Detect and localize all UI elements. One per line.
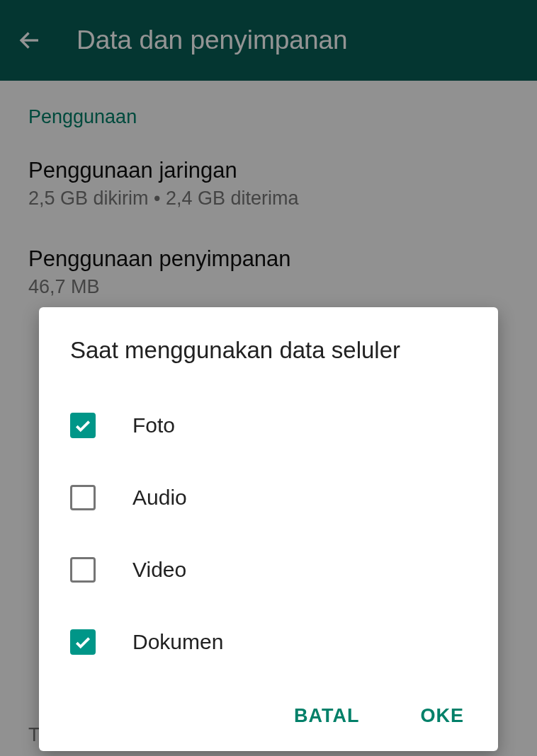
checkbox-label: Dokumen	[132, 630, 223, 654]
cellular-data-dialog: Saat menggunakan data seluler Foto Audio	[39, 307, 498, 751]
checkbox-item-audio[interactable]: Audio	[70, 462, 467, 534]
checkbox-item-photo[interactable]: Foto	[70, 389, 467, 462]
checkbox-icon	[70, 485, 96, 510]
dialog-title: Saat menggunakan data seluler	[39, 337, 498, 364]
checkbox-icon	[70, 557, 96, 583]
cancel-button[interactable]: BATAL	[281, 695, 372, 737]
checkbox-icon	[70, 413, 96, 438]
checkbox-item-video[interactable]: Video	[70, 534, 467, 606]
checkbox-label: Foto	[132, 413, 175, 437]
checkbox-item-document[interactable]: Dokumen	[70, 606, 467, 678]
checkbox-icon	[70, 629, 96, 655]
checkbox-list: Foto Audio Video Dok	[39, 389, 498, 678]
checkbox-label: Audio	[132, 486, 187, 510]
dialog-actions: BATAL OKE	[39, 678, 498, 737]
checkbox-label: Video	[132, 558, 186, 582]
ok-button[interactable]: OKE	[407, 695, 477, 737]
